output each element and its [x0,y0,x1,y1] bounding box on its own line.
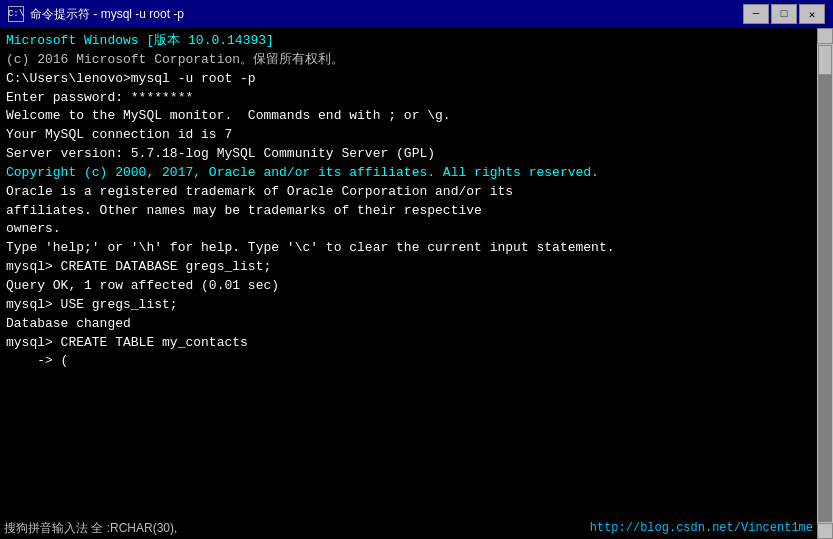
terminal-line: mysql> CREATE TABLE my_contacts [6,334,827,353]
terminal-line: Oracle is a registered trademark of Orac… [6,183,827,202]
url-reference: http://blog.csdn.net/Vincent1me [590,521,813,535]
ime-status: 搜狗拼音输入法 全 :RCHAR(30), [4,520,177,537]
terminal-window: Microsoft Windows [版本 10.0.14393](c) 201… [0,28,833,539]
title-bar-left: C:\ 命令提示符 - mysql -u root -p [8,6,184,23]
terminal-content: Microsoft Windows [版本 10.0.14393](c) 201… [6,32,827,371]
terminal-line: -> ( [6,352,827,371]
scrollbar[interactable]: ▲ ▼ [817,28,833,539]
terminal-line: Copyright (c) 2000, 2017, Oracle and/or … [6,164,827,183]
terminal-line: owners. [6,220,827,239]
scrollbar-thumb[interactable] [818,45,832,75]
terminal-line: mysql> CREATE DATABASE gregs_list; [6,258,827,277]
terminal-line: C:\Users\lenovo>mysql -u root -p [6,70,827,89]
title-bar: C:\ 命令提示符 - mysql -u root -p ─ □ ✕ [0,0,833,28]
cmd-icon: C:\ [8,6,24,22]
window-title: 命令提示符 - mysql -u root -p [30,6,184,23]
terminal-line: Type 'help;' or '\h' for help. Type '\c'… [6,239,827,258]
terminal-line: Query OK, 1 row affected (0.01 sec) [6,277,827,296]
terminal-line: affiliates. Other names may be trademark… [6,202,827,221]
terminal-line: Database changed [6,315,827,334]
terminal-line: (c) 2016 Microsoft Corporation。保留所有权利。 [6,51,827,70]
terminal-line: Server version: 5.7.18-log MySQL Communi… [6,145,827,164]
window-controls: ─ □ ✕ [743,4,825,24]
minimize-button[interactable]: ─ [743,4,769,24]
terminal-line: Welcome to the MySQL monitor. Commands e… [6,107,827,126]
terminal-line: Enter password: ******** [6,89,827,108]
maximize-button[interactable]: □ [771,4,797,24]
status-bar: 搜狗拼音输入法 全 :RCHAR(30), http://blog.csdn.n… [0,517,817,539]
close-button[interactable]: ✕ [799,4,825,24]
scrollbar-track[interactable] [818,45,832,522]
scroll-down-arrow[interactable]: ▼ [817,523,833,539]
terminal-line: mysql> USE gregs_list; [6,296,827,315]
terminal-line: Microsoft Windows [版本 10.0.14393] [6,32,827,51]
scroll-up-arrow[interactable]: ▲ [817,28,833,44]
terminal-line: Your MySQL connection id is 7 [6,126,827,145]
